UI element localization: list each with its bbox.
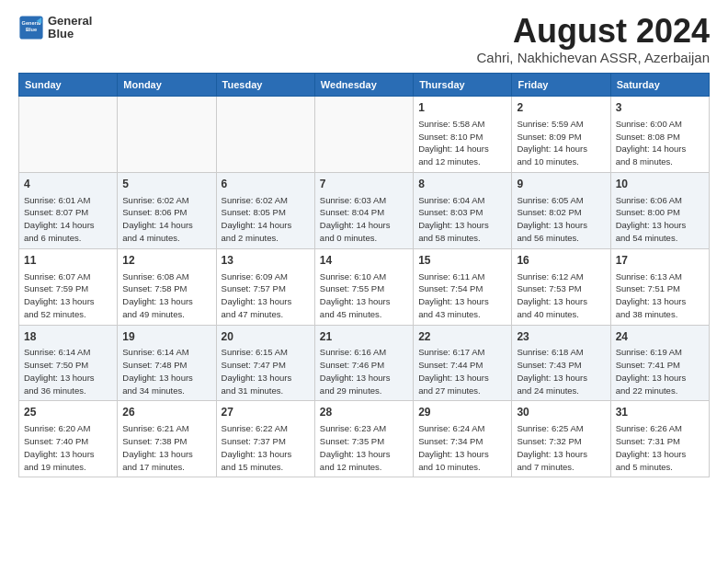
day-number: 24 xyxy=(616,329,704,345)
day-info: Sunrise: 6:24 AM Sunset: 7:34 PM Dayligh… xyxy=(418,422,506,473)
logo-line1: General xyxy=(48,15,92,28)
calendar-cell: 15Sunrise: 6:11 AM Sunset: 7:54 PM Dayli… xyxy=(414,248,512,325)
day-number: 31 xyxy=(616,405,704,420)
calendar-cell: 21Sunrise: 6:16 AM Sunset: 7:46 PM Dayli… xyxy=(314,325,413,401)
day-info: Sunrise: 6:13 AM Sunset: 7:51 PM Dayligh… xyxy=(616,270,704,321)
calendar-week-row: 25Sunrise: 6:20 AM Sunset: 7:40 PM Dayli… xyxy=(19,401,710,477)
calendar-week-row: 11Sunrise: 6:07 AM Sunset: 7:59 PM Dayli… xyxy=(19,248,710,325)
day-info: Sunrise: 6:08 AM Sunset: 7:58 PM Dayligh… xyxy=(122,270,210,321)
day-number: 1 xyxy=(418,100,506,116)
day-info: Sunrise: 6:22 AM Sunset: 7:37 PM Dayligh… xyxy=(222,422,310,473)
day-info: Sunrise: 6:10 AM Sunset: 7:55 PM Dayligh… xyxy=(320,270,408,321)
day-number: 5 xyxy=(122,177,210,192)
page-header: General Blue General Blue August 2024 Ca… xyxy=(18,15,710,65)
logo: General Blue General Blue xyxy=(18,15,92,41)
day-info: Sunrise: 6:12 AM Sunset: 7:53 PM Dayligh… xyxy=(517,270,605,321)
day-number: 28 xyxy=(320,405,408,420)
calendar-cell: 5Sunrise: 6:02 AM Sunset: 8:06 PM Daylig… xyxy=(118,172,216,248)
day-info: Sunrise: 6:18 AM Sunset: 7:43 PM Dayligh… xyxy=(517,346,605,396)
day-number: 21 xyxy=(320,329,408,345)
calendar-cell: 25Sunrise: 6:20 AM Sunset: 7:40 PM Dayli… xyxy=(19,401,118,477)
calendar-cell: 19Sunrise: 6:14 AM Sunset: 7:48 PM Dayli… xyxy=(118,325,216,401)
calendar-cell: 3Sunrise: 6:00 AM Sunset: 8:08 PM Daylig… xyxy=(610,97,709,173)
calendar-week-row: 1Sunrise: 5:58 AM Sunset: 8:10 PM Daylig… xyxy=(19,97,710,173)
weekday-header-tuesday: Tuesday xyxy=(216,74,314,97)
calendar-cell: 30Sunrise: 6:25 AM Sunset: 7:32 PM Dayli… xyxy=(512,401,610,477)
calendar-cell: 8Sunrise: 6:04 AM Sunset: 8:03 PM Daylig… xyxy=(414,172,512,248)
day-info: Sunrise: 6:14 AM Sunset: 7:50 PM Dayligh… xyxy=(24,346,112,396)
calendar-cell: 10Sunrise: 6:06 AM Sunset: 8:00 PM Dayli… xyxy=(610,172,709,248)
logo-icon: General Blue xyxy=(18,15,44,40)
calendar-cell: 28Sunrise: 6:23 AM Sunset: 7:35 PM Dayli… xyxy=(314,401,413,477)
day-number: 6 xyxy=(222,177,310,192)
calendar-cell: 31Sunrise: 6:26 AM Sunset: 7:31 PM Dayli… xyxy=(610,401,709,477)
day-info: Sunrise: 6:15 AM Sunset: 7:47 PM Dayligh… xyxy=(222,346,310,396)
day-number: 14 xyxy=(320,253,408,269)
day-number: 7 xyxy=(320,177,408,192)
day-info: Sunrise: 6:20 AM Sunset: 7:40 PM Dayligh… xyxy=(24,422,112,473)
day-info: Sunrise: 6:01 AM Sunset: 8:07 PM Dayligh… xyxy=(24,194,112,245)
day-number: 30 xyxy=(517,405,605,420)
day-number: 15 xyxy=(418,253,506,269)
calendar-cell: 24Sunrise: 6:19 AM Sunset: 7:41 PM Dayli… xyxy=(610,325,709,401)
calendar-cell: 18Sunrise: 6:14 AM Sunset: 7:50 PM Dayli… xyxy=(19,325,118,401)
day-info: Sunrise: 6:25 AM Sunset: 7:32 PM Dayligh… xyxy=(517,422,605,473)
day-info: Sunrise: 6:04 AM Sunset: 8:03 PM Dayligh… xyxy=(418,194,506,245)
day-number: 23 xyxy=(517,329,605,345)
calendar-cell xyxy=(216,97,314,173)
day-number: 22 xyxy=(418,329,506,345)
day-number: 13 xyxy=(222,253,310,269)
day-number: 17 xyxy=(616,253,704,269)
calendar-cell xyxy=(314,97,413,173)
day-number: 9 xyxy=(517,177,605,192)
location-subtitle: Cahri, Nakhichevan ASSR, Azerbaijan xyxy=(477,50,710,65)
calendar-cell: 17Sunrise: 6:13 AM Sunset: 7:51 PM Dayli… xyxy=(610,248,709,325)
day-number: 11 xyxy=(24,253,112,269)
calendar-cell: 12Sunrise: 6:08 AM Sunset: 7:58 PM Dayli… xyxy=(118,248,216,325)
calendar-cell: 22Sunrise: 6:17 AM Sunset: 7:44 PM Dayli… xyxy=(414,325,512,401)
weekday-header-friday: Friday xyxy=(512,74,610,97)
calendar-week-row: 4Sunrise: 6:01 AM Sunset: 8:07 PM Daylig… xyxy=(19,172,710,248)
calendar-cell xyxy=(118,97,216,173)
day-number: 20 xyxy=(222,329,310,345)
svg-text:Blue: Blue xyxy=(26,27,37,32)
calendar-cell: 13Sunrise: 6:09 AM Sunset: 7:57 PM Dayli… xyxy=(216,248,314,325)
calendar-cell: 14Sunrise: 6:10 AM Sunset: 7:55 PM Dayli… xyxy=(314,248,413,325)
calendar-cell: 27Sunrise: 6:22 AM Sunset: 7:37 PM Dayli… xyxy=(216,401,314,477)
day-info: Sunrise: 6:23 AM Sunset: 7:35 PM Dayligh… xyxy=(320,422,408,473)
calendar-cell: 29Sunrise: 6:24 AM Sunset: 7:34 PM Dayli… xyxy=(414,401,512,477)
day-number: 2 xyxy=(517,100,605,116)
day-number: 16 xyxy=(517,253,605,269)
weekday-header-saturday: Saturday xyxy=(610,74,709,97)
day-info: Sunrise: 6:02 AM Sunset: 8:06 PM Dayligh… xyxy=(122,194,210,245)
day-number: 25 xyxy=(24,405,112,420)
day-info: Sunrise: 6:02 AM Sunset: 8:05 PM Dayligh… xyxy=(222,194,310,245)
weekday-header-monday: Monday xyxy=(118,74,216,97)
day-number: 12 xyxy=(122,253,210,269)
day-info: Sunrise: 6:03 AM Sunset: 8:04 PM Dayligh… xyxy=(320,194,408,245)
day-info: Sunrise: 6:06 AM Sunset: 8:00 PM Dayligh… xyxy=(616,194,704,245)
day-info: Sunrise: 6:14 AM Sunset: 7:48 PM Dayligh… xyxy=(122,346,210,396)
weekday-header-sunday: Sunday xyxy=(19,74,118,97)
month-title: August 2024 xyxy=(477,15,710,48)
day-info: Sunrise: 6:00 AM Sunset: 8:08 PM Dayligh… xyxy=(616,118,704,168)
calendar-cell: 1Sunrise: 5:58 AM Sunset: 8:10 PM Daylig… xyxy=(414,97,512,173)
day-number: 19 xyxy=(122,329,210,345)
day-info: Sunrise: 6:09 AM Sunset: 7:57 PM Dayligh… xyxy=(222,270,310,321)
day-number: 29 xyxy=(418,405,506,420)
calendar-cell: 9Sunrise: 6:05 AM Sunset: 8:02 PM Daylig… xyxy=(512,172,610,248)
weekday-header-row: SundayMondayTuesdayWednesdayThursdayFrid… xyxy=(19,74,710,97)
calendar-cell: 16Sunrise: 6:12 AM Sunset: 7:53 PM Dayli… xyxy=(512,248,610,325)
day-info: Sunrise: 6:16 AM Sunset: 7:46 PM Dayligh… xyxy=(320,346,408,396)
calendar-cell: 6Sunrise: 6:02 AM Sunset: 8:05 PM Daylig… xyxy=(216,172,314,248)
calendar-cell: 4Sunrise: 6:01 AM Sunset: 8:07 PM Daylig… xyxy=(19,172,118,248)
day-number: 4 xyxy=(24,177,112,192)
day-info: Sunrise: 6:11 AM Sunset: 7:54 PM Dayligh… xyxy=(418,270,506,321)
day-number: 10 xyxy=(616,177,704,192)
title-area: August 2024 Cahri, Nakhichevan ASSR, Aze… xyxy=(477,15,710,65)
calendar-table: SundayMondayTuesdayWednesdayThursdayFrid… xyxy=(18,73,710,477)
day-info: Sunrise: 5:59 AM Sunset: 8:09 PM Dayligh… xyxy=(517,118,605,168)
day-info: Sunrise: 6:19 AM Sunset: 7:41 PM Dayligh… xyxy=(616,346,704,396)
day-info: Sunrise: 5:58 AM Sunset: 8:10 PM Dayligh… xyxy=(418,118,506,168)
day-number: 27 xyxy=(222,405,310,420)
